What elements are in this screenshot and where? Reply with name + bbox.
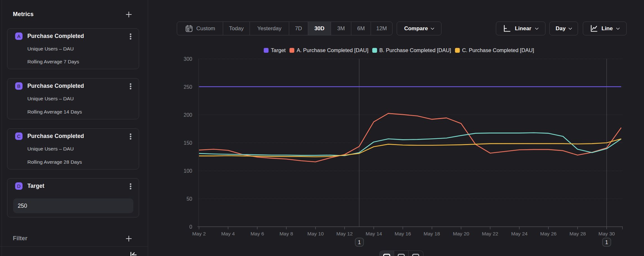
svg-text:May 26: May 26 (540, 231, 557, 236)
svg-text:150: 150 (184, 140, 192, 146)
svg-text:200: 200 (184, 112, 192, 118)
svg-text:100: 100 (184, 168, 192, 174)
svg-text:May 18: May 18 (424, 231, 440, 236)
svg-text:May 22: May 22 (482, 231, 498, 236)
svg-text:May 20: May 20 (453, 231, 469, 236)
svg-text:May 30: May 30 (599, 231, 615, 236)
svg-text:1: 1 (605, 240, 608, 245)
svg-text:May 6: May 6 (251, 231, 264, 236)
svg-text:May 2: May 2 (192, 231, 206, 236)
svg-text:May 10: May 10 (308, 231, 324, 236)
svg-text:May 28: May 28 (570, 231, 586, 236)
svg-text:250: 250 (184, 84, 192, 90)
svg-text:May 16: May 16 (395, 231, 411, 236)
svg-text:300: 300 (184, 56, 192, 62)
svg-text:May 14: May 14 (366, 231, 382, 236)
svg-text:50: 50 (186, 196, 192, 202)
svg-text:0: 0 (189, 224, 192, 230)
svg-text:May 24: May 24 (511, 231, 528, 236)
svg-text:May 4: May 4 (221, 231, 235, 236)
svg-text:May 8: May 8 (279, 231, 293, 236)
svg-text:1: 1 (358, 240, 361, 245)
svg-text:May 12: May 12 (336, 231, 353, 236)
